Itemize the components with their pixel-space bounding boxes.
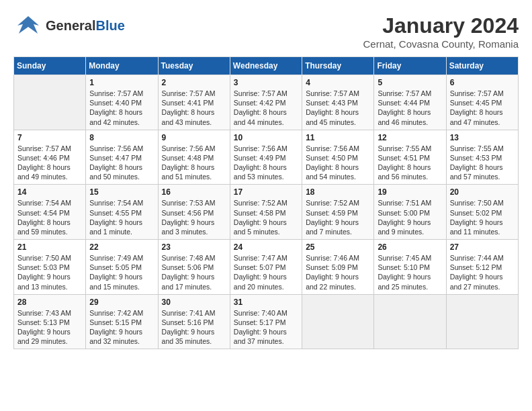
day-info: Sunrise: 7:56 AM Sunset: 4:48 PM Dayligh… [162, 144, 226, 182]
calendar-cell: 1Sunrise: 7:57 AM Sunset: 4:40 PM Daylig… [86, 75, 158, 130]
day-number: 27 [450, 242, 515, 252]
calendar-cell: 5Sunrise: 7:57 AM Sunset: 4:44 PM Daylig… [374, 75, 446, 130]
day-info: Sunrise: 7:57 AM Sunset: 4:46 PM Dayligh… [17, 144, 82, 182]
calendar-header: SundayMondayTuesdayWednesdayThursdayFrid… [14, 57, 519, 75]
calendar-cell: 28Sunrise: 7:43 AM Sunset: 5:13 PM Dayli… [14, 294, 86, 349]
day-info: Sunrise: 7:48 AM Sunset: 5:06 PM Dayligh… [162, 253, 226, 291]
calendar-cell: 22Sunrise: 7:49 AM Sunset: 5:05 PM Dayli… [86, 240, 158, 295]
calendar-cell: 6Sunrise: 7:57 AM Sunset: 4:45 PM Daylig… [446, 75, 518, 130]
weekday-header-wednesday: Wednesday [230, 57, 302, 75]
day-number: 7 [17, 133, 82, 142]
day-number: 17 [234, 187, 298, 197]
day-info: Sunrise: 7:54 AM Sunset: 4:54 PM Dayligh… [17, 198, 82, 236]
day-info: Sunrise: 7:57 AM Sunset: 4:44 PM Dayligh… [378, 89, 442, 127]
day-number: 21 [17, 242, 82, 252]
calendar-cell [446, 294, 518, 349]
day-number: 25 [306, 242, 370, 252]
day-info: Sunrise: 7:56 AM Sunset: 4:50 PM Dayligh… [306, 144, 370, 182]
logo: GeneralBlue [13, 13, 125, 38]
calendar-cell: 17Sunrise: 7:52 AM Sunset: 4:58 PM Dayli… [230, 185, 302, 240]
day-info: Sunrise: 7:44 AM Sunset: 5:12 PM Dayligh… [450, 253, 515, 291]
calendar-cell: 26Sunrise: 7:45 AM Sunset: 5:10 PM Dayli… [374, 240, 446, 295]
weekday-header-saturday: Saturday [446, 57, 518, 75]
day-info: Sunrise: 7:45 AM Sunset: 5:10 PM Dayligh… [378, 253, 442, 291]
day-number: 23 [162, 242, 226, 252]
calendar-cell: 20Sunrise: 7:50 AM Sunset: 5:02 PM Dayli… [446, 185, 518, 240]
day-info: Sunrise: 7:52 AM Sunset: 4:59 PM Dayligh… [306, 198, 370, 236]
day-info: Sunrise: 7:57 AM Sunset: 4:41 PM Dayligh… [162, 89, 226, 127]
day-number: 15 [89, 187, 154, 197]
day-info: Sunrise: 7:46 AM Sunset: 5:09 PM Dayligh… [306, 253, 370, 291]
calendar-table: SundayMondayTuesdayWednesdayThursdayFrid… [13, 56, 519, 349]
day-number: 18 [306, 187, 370, 197]
day-info: Sunrise: 7:49 AM Sunset: 5:05 PM Dayligh… [89, 253, 154, 291]
day-number: 10 [234, 133, 298, 142]
weekday-header-sunday: Sunday [14, 57, 86, 75]
calendar-cell: 18Sunrise: 7:52 AM Sunset: 4:59 PM Dayli… [302, 185, 374, 240]
day-number: 12 [378, 133, 442, 142]
svg-marker-0 [17, 16, 39, 34]
calendar-cell [302, 294, 374, 349]
logo-text: GeneralBlue [46, 18, 125, 33]
day-number: 4 [306, 78, 370, 87]
day-number: 5 [378, 78, 442, 87]
calendar-cell: 4Sunrise: 7:57 AM Sunset: 4:43 PM Daylig… [302, 75, 374, 130]
day-info: Sunrise: 7:57 AM Sunset: 4:42 PM Dayligh… [234, 89, 298, 127]
calendar-cell: 10Sunrise: 7:56 AM Sunset: 4:49 PM Dayli… [230, 130, 302, 185]
calendar-cell: 31Sunrise: 7:40 AM Sunset: 5:17 PM Dayli… [230, 294, 302, 349]
day-info: Sunrise: 7:40 AM Sunset: 5:17 PM Dayligh… [234, 308, 298, 347]
day-info: Sunrise: 7:51 AM Sunset: 5:00 PM Dayligh… [378, 198, 442, 236]
calendar-cell: 7Sunrise: 7:57 AM Sunset: 4:46 PM Daylig… [14, 130, 86, 185]
day-number: 9 [162, 133, 226, 142]
day-number: 22 [89, 242, 154, 252]
day-info: Sunrise: 7:43 AM Sunset: 5:13 PM Dayligh… [17, 308, 82, 347]
calendar-cell: 25Sunrise: 7:46 AM Sunset: 5:09 PM Dayli… [302, 240, 374, 295]
day-number: 19 [378, 187, 442, 197]
day-info: Sunrise: 7:56 AM Sunset: 4:49 PM Dayligh… [234, 144, 298, 182]
calendar-cell: 9Sunrise: 7:56 AM Sunset: 4:48 PM Daylig… [158, 130, 230, 185]
day-number: 24 [234, 242, 298, 252]
day-info: Sunrise: 7:47 AM Sunset: 5:07 PM Dayligh… [234, 253, 298, 291]
day-info: Sunrise: 7:50 AM Sunset: 5:02 PM Dayligh… [450, 198, 515, 236]
calendar-cell: 23Sunrise: 7:48 AM Sunset: 5:06 PM Dayli… [158, 240, 230, 295]
day-info: Sunrise: 7:57 AM Sunset: 4:43 PM Dayligh… [306, 89, 370, 127]
day-info: Sunrise: 7:53 AM Sunset: 4:56 PM Dayligh… [162, 198, 226, 236]
day-number: 8 [89, 133, 154, 142]
day-info: Sunrise: 7:54 AM Sunset: 4:55 PM Dayligh… [89, 198, 154, 236]
day-number: 26 [378, 242, 442, 252]
weekday-header-friday: Friday [374, 57, 446, 75]
calendar-cell: 11Sunrise: 7:56 AM Sunset: 4:50 PM Dayli… [302, 130, 374, 185]
title-block: January 2024 Cernat, Covasna County, Rom… [363, 13, 519, 50]
day-number: 2 [162, 78, 226, 87]
day-number: 30 [162, 298, 226, 307]
calendar-cell: 12Sunrise: 7:55 AM Sunset: 4:51 PM Dayli… [374, 130, 446, 185]
weekday-header-monday: Monday [86, 57, 158, 75]
day-number: 28 [17, 298, 82, 307]
day-info: Sunrise: 7:57 AM Sunset: 4:45 PM Dayligh… [450, 89, 515, 127]
calendar-cell: 24Sunrise: 7:47 AM Sunset: 5:07 PM Dayli… [230, 240, 302, 295]
day-number: 6 [450, 78, 515, 87]
logo-icon [13, 13, 43, 38]
calendar-cell [374, 294, 446, 349]
calendar-cell: 13Sunrise: 7:55 AM Sunset: 4:53 PM Dayli… [446, 130, 518, 185]
calendar-cell: 19Sunrise: 7:51 AM Sunset: 5:00 PM Dayli… [374, 185, 446, 240]
day-number: 3 [234, 78, 298, 87]
location-subtitle: Cernat, Covasna County, Romania [363, 38, 519, 50]
calendar-cell: 21Sunrise: 7:50 AM Sunset: 5:03 PM Dayli… [14, 240, 86, 295]
day-info: Sunrise: 7:50 AM Sunset: 5:03 PM Dayligh… [17, 253, 82, 291]
day-info: Sunrise: 7:42 AM Sunset: 5:15 PM Dayligh… [89, 308, 154, 347]
day-number: 1 [89, 78, 154, 87]
calendar-cell: 16Sunrise: 7:53 AM Sunset: 4:56 PM Dayli… [158, 185, 230, 240]
day-number: 14 [17, 187, 82, 197]
day-info: Sunrise: 7:55 AM Sunset: 4:51 PM Dayligh… [378, 144, 442, 182]
day-number: 31 [234, 298, 298, 307]
calendar-cell: 8Sunrise: 7:56 AM Sunset: 4:47 PM Daylig… [86, 130, 158, 185]
month-year-title: January 2024 [363, 13, 519, 38]
page-header: GeneralBlue January 2024 Cernat, Covasna… [13, 13, 519, 50]
calendar-cell: 2Sunrise: 7:57 AM Sunset: 4:41 PM Daylig… [158, 75, 230, 130]
day-info: Sunrise: 7:52 AM Sunset: 4:58 PM Dayligh… [234, 198, 298, 236]
calendar-cell: 29Sunrise: 7:42 AM Sunset: 5:15 PM Dayli… [86, 294, 158, 349]
calendar-cell: 30Sunrise: 7:41 AM Sunset: 5:16 PM Dayli… [158, 294, 230, 349]
weekday-header-tuesday: Tuesday [158, 57, 230, 75]
day-number: 16 [162, 187, 226, 197]
